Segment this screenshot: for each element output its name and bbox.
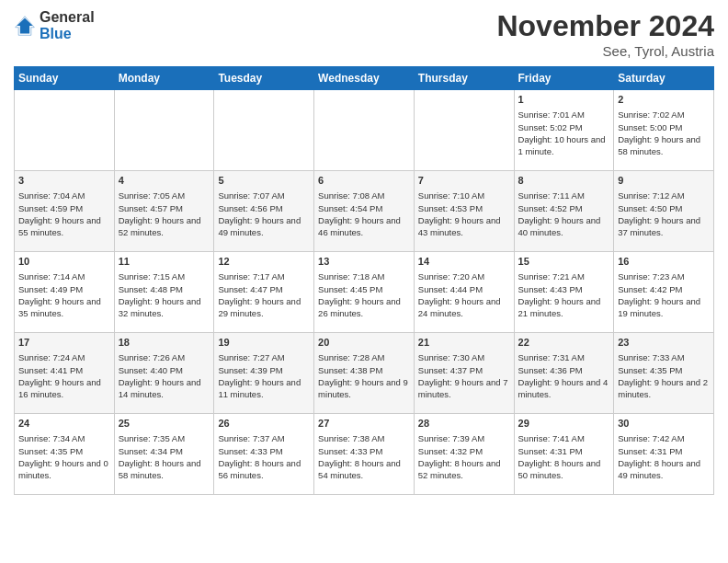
sunrise-text: Sunrise: 7:14 AM <box>18 271 85 282</box>
daylight-text: Daylight: 9 hours and 19 minutes. <box>618 296 700 318</box>
day-number: 15 <box>518 255 610 269</box>
sunset-text: Sunset: 4:45 PM <box>318 284 382 294</box>
day-number: 3 <box>18 174 110 188</box>
sunrise-text: Sunrise: 7:23 AM <box>618 271 684 282</box>
col-wednesday: Wednesday <box>314 67 415 90</box>
logo: General Blue <box>14 9 95 41</box>
week-row-3: 10 Sunrise: 7:14 AM Sunset: 4:49 PM Dayl… <box>15 252 714 333</box>
cell-content: 1 Sunrise: 7:01 AM Sunset: 5:02 PM Dayli… <box>518 93 610 158</box>
cell-content: 5 Sunrise: 7:07 AM Sunset: 4:56 PM Dayli… <box>218 174 310 239</box>
daylight-text: Daylight: 9 hours and 11 minutes. <box>218 377 301 399</box>
logo-text: General Blue <box>40 9 95 41</box>
cell-content: 25 Sunrise: 7:35 AM Sunset: 4:34 PM Dayl… <box>119 417 210 482</box>
day-number: 18 <box>119 336 210 350</box>
sunrise-text: Sunrise: 7:18 AM <box>318 271 384 282</box>
daylight-text: Daylight: 9 hours and 21 minutes. <box>518 296 601 318</box>
cell-content: 16 Sunrise: 7:23 AM Sunset: 4:42 PM Dayl… <box>618 255 710 320</box>
col-sunday: Sunday <box>15 67 115 90</box>
sunset-text: Sunset: 4:35 PM <box>618 365 682 375</box>
col-friday: Friday <box>514 67 614 90</box>
sunrise-text: Sunrise: 7:35 AM <box>119 433 185 443</box>
day-cell: 17 Sunrise: 7:24 AM Sunset: 4:41 PM Dayl… <box>15 333 115 414</box>
day-number: 19 <box>218 336 310 350</box>
daylight-text: Daylight: 8 hours and 54 minutes. <box>318 458 401 480</box>
day-cell <box>214 90 314 171</box>
sunrise-text: Sunrise: 7:27 AM <box>218 352 284 362</box>
sunset-text: Sunset: 4:31 PM <box>518 446 583 456</box>
sunset-text: Sunset: 4:32 PM <box>418 446 483 456</box>
cell-content: 30 Sunrise: 7:42 AM Sunset: 4:31 PM Dayl… <box>618 417 710 482</box>
sunset-text: Sunset: 4:36 PM <box>518 365 583 375</box>
sunset-text: Sunset: 4:34 PM <box>119 446 183 456</box>
daylight-text: Daylight: 9 hours and 14 minutes. <box>119 377 201 399</box>
sunrise-text: Sunrise: 7:08 AM <box>318 190 384 201</box>
daylight-text: Daylight: 9 hours and 9 minutes. <box>318 377 408 399</box>
sunset-text: Sunset: 4:38 PM <box>318 365 382 375</box>
sunrise-text: Sunrise: 7:15 AM <box>119 271 185 282</box>
day-cell: 9 Sunrise: 7:12 AM Sunset: 4:50 PM Dayli… <box>614 171 714 252</box>
day-number: 20 <box>318 336 410 350</box>
daylight-text: Daylight: 8 hours and 50 minutes. <box>518 458 601 480</box>
daylight-text: Daylight: 9 hours and 32 minutes. <box>119 296 201 318</box>
sunset-text: Sunset: 4:47 PM <box>218 284 282 294</box>
sunset-text: Sunset: 4:33 PM <box>218 446 282 456</box>
cell-content: 2 Sunrise: 7:02 AM Sunset: 5:00 PM Dayli… <box>618 93 710 158</box>
sunset-text: Sunset: 4:54 PM <box>318 203 382 213</box>
day-cell: 16 Sunrise: 7:23 AM Sunset: 4:42 PM Dayl… <box>614 252 714 333</box>
cell-content: 12 Sunrise: 7:17 AM Sunset: 4:47 PM Dayl… <box>218 255 310 320</box>
sunset-text: Sunset: 4:42 PM <box>618 284 682 294</box>
day-cell: 5 Sunrise: 7:07 AM Sunset: 4:56 PM Dayli… <box>214 171 314 252</box>
day-cell: 24 Sunrise: 7:34 AM Sunset: 4:35 PM Dayl… <box>15 414 115 495</box>
sunset-text: Sunset: 4:41 PM <box>18 365 83 375</box>
day-number: 24 <box>18 417 110 431</box>
week-row-1: 1 Sunrise: 7:01 AM Sunset: 5:02 PM Dayli… <box>15 90 714 171</box>
day-cell: 2 Sunrise: 7:02 AM Sunset: 5:00 PM Dayli… <box>614 90 714 171</box>
day-number: 17 <box>18 336 110 350</box>
cell-content: 11 Sunrise: 7:15 AM Sunset: 4:48 PM Dayl… <box>119 255 210 320</box>
day-number: 30 <box>618 417 710 431</box>
day-cell: 6 Sunrise: 7:08 AM Sunset: 4:54 PM Dayli… <box>314 171 415 252</box>
sunrise-text: Sunrise: 7:12 AM <box>618 190 684 201</box>
day-number: 1 <box>518 93 610 107</box>
day-number: 28 <box>418 417 510 431</box>
sunset-text: Sunset: 4:43 PM <box>518 284 583 294</box>
cell-content: 15 Sunrise: 7:21 AM Sunset: 4:43 PM Dayl… <box>518 255 610 320</box>
day-cell: 25 Sunrise: 7:35 AM Sunset: 4:34 PM Dayl… <box>114 414 214 495</box>
day-number: 14 <box>418 255 510 269</box>
day-cell: 30 Sunrise: 7:42 AM Sunset: 4:31 PM Dayl… <box>614 414 714 495</box>
sunrise-text: Sunrise: 7:39 AM <box>418 433 484 443</box>
daylight-text: Daylight: 8 hours and 58 minutes. <box>119 458 201 480</box>
month-title: November 2024 <box>496 9 714 43</box>
cell-content: 3 Sunrise: 7:04 AM Sunset: 4:59 PM Dayli… <box>18 174 110 239</box>
sunrise-text: Sunrise: 7:05 AM <box>119 190 185 201</box>
sunrise-text: Sunrise: 7:01 AM <box>518 109 585 120</box>
day-number: 21 <box>418 336 510 350</box>
sunrise-text: Sunrise: 7:20 AM <box>418 271 484 282</box>
location: See, Tyrol, Austria <box>496 43 714 59</box>
sunset-text: Sunset: 4:39 PM <box>218 365 282 375</box>
day-cell: 13 Sunrise: 7:18 AM Sunset: 4:45 PM Dayl… <box>314 252 415 333</box>
sunset-text: Sunset: 4:48 PM <box>119 284 183 294</box>
cell-content: 23 Sunrise: 7:33 AM Sunset: 4:35 PM Dayl… <box>618 336 710 401</box>
day-cell: 7 Sunrise: 7:10 AM Sunset: 4:53 PM Dayli… <box>414 171 514 252</box>
logo-blue-text: Blue <box>40 26 95 42</box>
logo-general-text: General <box>40 9 95 26</box>
sunrise-text: Sunrise: 7:30 AM <box>418 352 484 362</box>
sunrise-text: Sunrise: 7:04 AM <box>18 190 85 201</box>
day-cell: 23 Sunrise: 7:33 AM Sunset: 4:35 PM Dayl… <box>614 333 714 414</box>
day-cell: 27 Sunrise: 7:38 AM Sunset: 4:33 PM Dayl… <box>314 414 415 495</box>
cell-content: 21 Sunrise: 7:30 AM Sunset: 4:37 PM Dayl… <box>418 336 510 401</box>
col-saturday: Saturday <box>614 67 714 90</box>
sunrise-text: Sunrise: 7:33 AM <box>618 352 684 362</box>
sunrise-text: Sunrise: 7:02 AM <box>618 109 684 120</box>
daylight-text: Daylight: 9 hours and 40 minutes. <box>518 215 601 237</box>
sunrise-text: Sunrise: 7:10 AM <box>418 190 484 201</box>
day-number: 2 <box>618 93 710 107</box>
col-monday: Monday <box>114 67 214 90</box>
day-number: 23 <box>618 336 710 350</box>
sunrise-text: Sunrise: 7:11 AM <box>518 190 585 201</box>
daylight-text: Daylight: 9 hours and 4 minutes. <box>518 377 609 399</box>
day-number: 5 <box>218 174 310 188</box>
day-cell: 15 Sunrise: 7:21 AM Sunset: 4:43 PM Dayl… <box>514 252 614 333</box>
day-number: 26 <box>218 417 310 431</box>
